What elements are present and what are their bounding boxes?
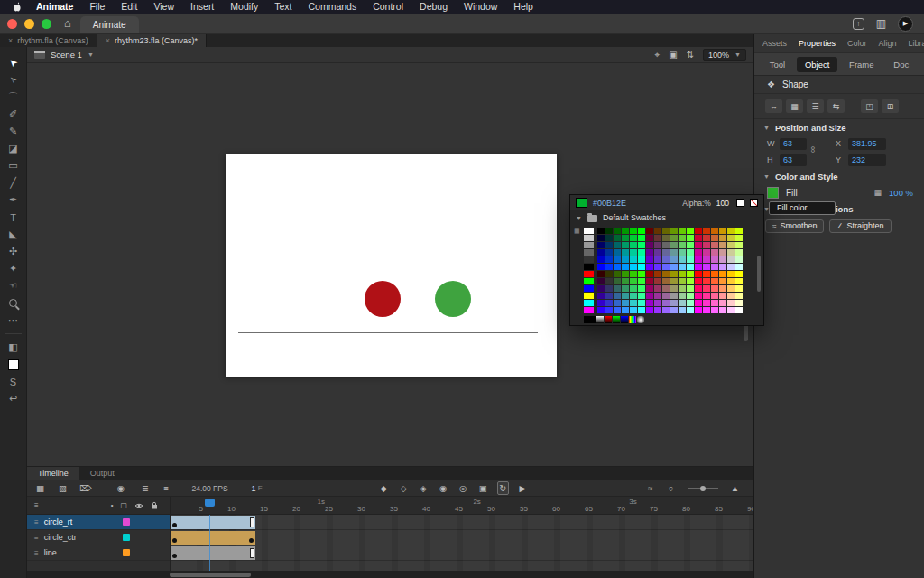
curvature-icon[interactable]: ↩ — [4, 390, 23, 407]
ease-icon[interactable]: ≈ — [644, 482, 656, 494]
swatch[interactable] — [614, 264, 621, 270]
swatch[interactable] — [695, 249, 702, 256]
swatch[interactable] — [679, 300, 686, 306]
combine-shapes-button[interactable]: ⊞ — [882, 99, 899, 113]
swatch[interactable] — [670, 285, 678, 292]
swatch[interactable] — [662, 271, 670, 277]
swatch[interactable] — [662, 307, 670, 313]
swatch[interactable] — [614, 242, 621, 248]
hand-tool[interactable]: ☜ — [4, 277, 23, 294]
swatch[interactable] — [695, 285, 702, 292]
swatch[interactable] — [638, 278, 645, 284]
swatch-grid-view-icon[interactable]: ▦ — [574, 228, 580, 235]
swatch[interactable] — [646, 256, 653, 263]
properties-subtab-object[interactable]: Object — [797, 57, 837, 72]
playhead[interactable] — [205, 499, 215, 507]
swatch[interactable] — [622, 249, 629, 256]
swatch-folder-label[interactable]: Default Swatches — [603, 213, 666, 222]
smoothen-button[interactable]: ≈ Smoothen — [765, 219, 824, 233]
swatch[interactable] — [703, 235, 710, 241]
swatch[interactable] — [605, 278, 613, 284]
swatch[interactable] — [735, 300, 743, 306]
swatch[interactable] — [622, 228, 629, 234]
swatch[interactable] — [605, 307, 613, 313]
swatch[interactable] — [622, 242, 629, 248]
no-color-chip[interactable] — [750, 199, 758, 207]
fluid-brush-tool[interactable]: ✐ — [4, 106, 23, 123]
swatch[interactable] — [605, 242, 613, 248]
swatch[interactable] — [597, 235, 605, 241]
panel-tab-color[interactable]: Color — [847, 39, 867, 48]
swatch[interactable] — [638, 249, 645, 256]
swatch[interactable] — [695, 271, 702, 277]
swatch[interactable] — [622, 300, 629, 306]
swatch[interactable] — [630, 278, 637, 284]
swatch[interactable] — [584, 271, 594, 277]
swatch[interactable] — [614, 235, 621, 241]
swatch[interactable] — [597, 271, 605, 277]
swatch[interactable] — [654, 242, 661, 248]
swatch[interactable] — [646, 293, 653, 299]
swatch[interactable] — [605, 228, 613, 234]
workspace-layout-icon[interactable]: ▥ — [876, 17, 886, 30]
swatch[interactable] — [622, 307, 629, 313]
swatch[interactable] — [584, 228, 594, 234]
swatch[interactable] — [735, 271, 743, 277]
swatch[interactable] — [719, 285, 726, 292]
swatch[interactable] — [638, 228, 645, 234]
onion-skin-icon[interactable]: ◉ — [438, 482, 449, 494]
swatch[interactable] — [670, 242, 678, 248]
swatch[interactable] — [614, 256, 621, 263]
swatch[interactable] — [687, 228, 694, 234]
gradient-swatch[interactable] — [621, 316, 628, 323]
swatch[interactable] — [646, 235, 653, 241]
swatch[interactable] — [687, 307, 694, 313]
swatch[interactable] — [622, 271, 629, 277]
fill-color-swatch[interactable] — [767, 187, 779, 199]
swatch[interactable] — [711, 307, 718, 313]
timeline-scrollbar-thumb[interactable] — [170, 573, 251, 577]
swatch[interactable] — [679, 235, 686, 241]
zoom-stepper-icon[interactable]: ⇅ — [687, 50, 694, 60]
current-frame-value[interactable]: 1 — [252, 484, 256, 493]
swatch[interactable] — [719, 271, 726, 277]
apple-menu-icon[interactable] — [5, 2, 28, 12]
close-tab-icon[interactable]: × — [106, 36, 110, 45]
swatch[interactable] — [614, 249, 621, 256]
swatch[interactable] — [630, 235, 637, 241]
swatch[interactable] — [584, 235, 594, 241]
swatch[interactable] — [719, 235, 726, 241]
close-window-button[interactable] — [7, 19, 17, 29]
auto-keyframe-icon[interactable]: ◈ — [418, 482, 430, 494]
swatches-scrollbar[interactable] — [757, 256, 761, 292]
swatch[interactable] — [719, 293, 726, 299]
swatch[interactable] — [584, 256, 594, 263]
menu-text[interactable]: Text — [266, 0, 300, 14]
layer-color-chip[interactable] — [123, 534, 130, 541]
keyframe-dot[interactable] — [249, 538, 254, 543]
share-icon[interactable]: ↑ — [853, 18, 864, 30]
swatch[interactable] — [695, 300, 702, 306]
stage-line[interactable] — [238, 332, 538, 333]
swatch[interactable] — [646, 285, 653, 292]
swatch[interactable] — [597, 264, 605, 270]
lock-layers-icon[interactable] — [151, 501, 158, 509]
gradient-swatch[interactable] — [605, 316, 612, 323]
current-color-chip[interactable] — [576, 198, 587, 208]
swatch[interactable] — [614, 293, 621, 299]
swatch[interactable] — [654, 300, 661, 306]
swatch[interactable] — [727, 249, 735, 256]
x-field[interactable]: 381.95 — [848, 138, 886, 150]
swatch[interactable] — [687, 256, 694, 263]
onion-outline-icon[interactable]: ◎ — [457, 482, 469, 494]
swatch[interactable] — [597, 256, 605, 263]
outline-layers-icon[interactable]: ▢ — [120, 501, 127, 509]
layer-row-circle_ctr[interactable]: ≡circle_ctr — [27, 530, 170, 545]
swatch[interactable] — [622, 278, 629, 284]
close-tab-icon[interactable]: × — [8, 36, 13, 45]
swatch[interactable] — [679, 285, 686, 292]
swatch[interactable] — [597, 242, 605, 248]
swatch[interactable] — [622, 256, 629, 263]
timeline-zoom-slider[interactable] — [688, 488, 718, 489]
paint-bucket-tool[interactable]: ◣ — [4, 226, 23, 243]
